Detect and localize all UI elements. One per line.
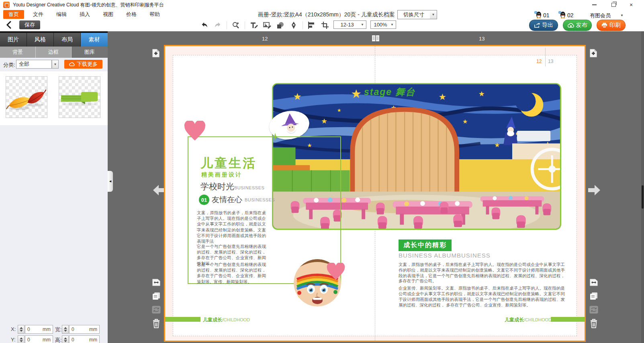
y-value: 0 — [27, 337, 30, 343]
edit-image-icon[interactable] — [263, 21, 272, 30]
tool-icon-strip — [200, 20, 356, 30]
printer-icon — [601, 22, 607, 28]
menu-view[interactable]: 视图 — [99, 11, 117, 18]
left-page-title[interactable]: 儿童生活 — [200, 155, 257, 172]
width-input[interactable]: 0mm — [69, 325, 100, 334]
qq-account-2[interactable]: 02 — [567, 12, 574, 18]
member-menu[interactable]: 有图会员 — [590, 12, 611, 19]
sidebar-tabs: 图片 风格 布局 素材 — [0, 31, 108, 47]
menu-file[interactable]: 文件 — [29, 11, 47, 18]
x-input[interactable]: 0mm — [25, 325, 53, 334]
heart-icon — [326, 263, 346, 281]
section-heading-cn: 学校时光 — [200, 182, 234, 191]
qq-account-1[interactable]: 01 — [543, 12, 550, 18]
svg-text:★: ★ — [351, 87, 362, 101]
x-unit: mm — [43, 327, 51, 332]
pen-tool-icon[interactable] — [289, 21, 298, 30]
copy-page-button[interactable] — [589, 292, 598, 300]
width-unit: mm — [89, 327, 97, 332]
green-ribbon-image — [59, 77, 100, 118]
toolbar-separator — [245, 21, 245, 29]
left-page-item-heading[interactable]: 01 友情在心BUSINESSES — [199, 195, 275, 205]
left-page-section-heading[interactable]: 学校时光BUSINESSES — [200, 181, 264, 192]
right-page-body[interactable]: 文案，原指放书的桌子，后来指在桌子上写字的人。现在指的是公司或企业中从事文字工作… — [399, 262, 565, 309]
edit-text-icon[interactable] — [249, 21, 258, 30]
minimize-button[interactable] — [588, 0, 600, 10]
print-button[interactable]: 印刷 — [597, 20, 626, 31]
left-page-subtitle[interactable]: 精美画册设计 — [201, 171, 242, 179]
left-page-paragraph-3[interactable]: 它是一个与广告创意先后相继的表现的过程、发展的过程、深化的过程， 多存在于广告公… — [197, 262, 266, 284]
export-button[interactable]: 导出 — [529, 20, 558, 31]
add-page-right-button[interactable] — [589, 49, 597, 58]
magic-select-icon[interactable] — [231, 21, 240, 30]
publish-button[interactable]: 发布 — [563, 20, 592, 31]
asset-thumbnail-ribbon[interactable] — [59, 76, 100, 118]
zoom-level-dropdown[interactable]: 100% ▼ — [370, 20, 396, 29]
align-icon[interactable] — [307, 21, 316, 30]
back-button[interactable] — [4, 20, 14, 30]
menu-help[interactable]: 帮助 — [145, 11, 164, 18]
right-page-subheading[interactable]: BUSINESS ALBUMBUSINESS — [399, 252, 491, 259]
category-dropdown[interactable]: 全部 — [16, 60, 52, 69]
delete-page-button[interactable] — [152, 319, 161, 329]
tab-materials[interactable]: 素材 — [81, 33, 108, 47]
spread-view-icon[interactable] — [372, 35, 380, 42]
resize-page-button[interactable] — [152, 278, 161, 286]
crop-icon[interactable] — [321, 21, 329, 30]
sidebar-collapse-handle[interactable]: ◀ — [108, 171, 113, 192]
redo-icon[interactable] — [213, 21, 222, 30]
previous-spread-button[interactable] — [153, 185, 165, 195]
minimize-icon — [592, 4, 597, 5]
starburst-icon — [271, 133, 279, 141]
next-spread-button[interactable] — [588, 185, 600, 195]
maximize-button[interactable] — [607, 0, 619, 10]
vertical-scrollbar[interactable] — [641, 31, 644, 343]
qq-avatar-icon[interactable] — [558, 11, 566, 18]
corner-divider-line — [545, 48, 546, 66]
subtab-library[interactable]: 图库 — [72, 47, 108, 58]
undo-icon[interactable] — [200, 21, 209, 30]
resize-page-button[interactable] — [589, 278, 598, 286]
member-dropdown-arrow[interactable]: ▼ — [620, 14, 624, 17]
close-icon: × — [630, 2, 633, 8]
height-stepper[interactable] — [62, 335, 69, 343]
tab-layouts[interactable]: 布局 — [54, 33, 81, 47]
switch-size-dropdown-arrow[interactable]: ▼ — [430, 10, 437, 19]
x-label: X: — [11, 326, 16, 332]
y-input[interactable]: 0mm — [25, 335, 53, 343]
tab-styles[interactable]: 风格 — [27, 33, 54, 47]
subtab-borders[interactable]: 边框 — [36, 47, 72, 58]
right-page-paragraph-2: 企业宣传、新闻策划等。文案、原指放书的桌子、后来指在桌子上写字的人。现在指的是公… — [399, 286, 565, 308]
footer-right-en: /CHILDHOOD — [524, 317, 552, 322]
page-spread[interactable]: ★★ ★★ ★★ ★★ ★★ ★★ ★★ — [164, 45, 586, 342]
menu-home[interactable]: 首页 — [3, 10, 24, 19]
menu-price[interactable]: 价格 — [122, 11, 141, 18]
height-input[interactable]: 0mm — [69, 335, 100, 343]
width-stepper[interactable] — [62, 325, 69, 334]
asset-thumbnail-leaves[interactable] — [6, 76, 47, 118]
add-page-left-button[interactable] — [152, 49, 160, 58]
delete-page-button[interactable] — [589, 319, 598, 329]
scrollbar-thumb[interactable] — [642, 185, 644, 209]
close-button[interactable]: × — [625, 0, 637, 10]
copy-page-button[interactable] — [152, 292, 161, 300]
switch-size-button[interactable]: 切换尺寸 — [397, 10, 430, 19]
stage-caption-text: stage 舞台 — [364, 86, 415, 98]
x-stepper[interactable] — [18, 325, 25, 334]
right-page-badge-heading[interactable]: 成长中的精彩 — [399, 239, 452, 251]
restore-icon — [611, 3, 616, 7]
save-button[interactable]: 保存 — [19, 20, 40, 29]
menu-edit[interactable]: 编辑 — [52, 11, 71, 18]
page-range-dropdown[interactable]: 12-13 ▼ — [333, 20, 366, 29]
menu-insert[interactable]: 插入 — [76, 11, 94, 18]
download-more-button[interactable]: 下载更多 — [64, 60, 102, 69]
left-page-paragraph-1[interactable]: 文案，原指放书的桌子，后来指在桌子上写字的人。现在指的是公司或企业中从事文字工作… — [197, 210, 266, 244]
y-stepper[interactable] — [18, 335, 25, 343]
shape-tool-icon[interactable] — [276, 21, 285, 30]
cloud-icon — [69, 62, 75, 66]
tab-pictures[interactable]: 图片 — [0, 33, 27, 47]
qq-avatar-icon[interactable] — [534, 11, 542, 18]
cloud-upload-icon — [568, 23, 574, 28]
category-dropdown-arrow[interactable]: ▼ — [52, 60, 59, 69]
subtab-backgrounds[interactable]: 背景 — [0, 47, 36, 58]
